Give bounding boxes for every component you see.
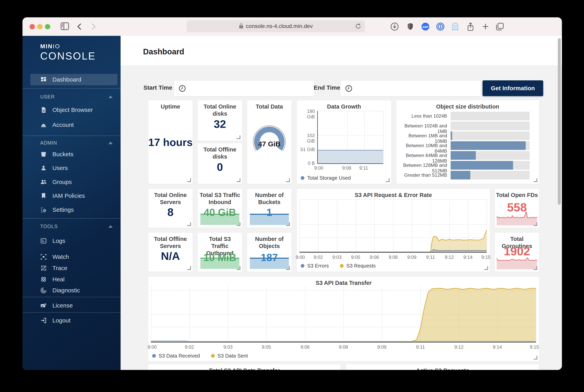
clock-icon xyxy=(178,84,186,92)
offline-disks-card: Total Offline disks 0 xyxy=(198,143,242,184)
resize-corner-icon[interactable] xyxy=(286,266,290,270)
gauge-value: 47 GiB xyxy=(258,140,280,148)
sidebar-item-trace[interactable]: Trace xyxy=(30,262,118,274)
resize-corner-icon[interactable] xyxy=(237,222,240,226)
sidebar-item-object-browser[interactable]: Object Browser xyxy=(30,104,118,116)
ghostery-icon[interactable] xyxy=(451,22,460,32)
offline-disks-value: 0 xyxy=(198,160,242,173)
legend-label: Total Storage Used xyxy=(307,175,351,181)
sidebar-item-settings[interactable]: Settings xyxy=(30,204,118,216)
adblock-plus-icon[interactable]: ABP xyxy=(421,22,430,32)
resize-corner-icon[interactable] xyxy=(534,266,537,270)
x-tick: 9:02 xyxy=(185,344,194,350)
collapse-icon[interactable] xyxy=(108,225,113,228)
resize-corner-icon[interactable] xyxy=(237,266,240,270)
resize-corner-icon[interactable] xyxy=(187,266,191,270)
x-tick: 9:14 xyxy=(464,254,473,260)
resize-corner-icon[interactable] xyxy=(386,178,390,182)
bar-track xyxy=(450,171,530,180)
legend-dot xyxy=(301,176,304,180)
sidebar-toggle-icon[interactable] xyxy=(60,22,69,31)
share-icon[interactable] xyxy=(466,22,475,32)
sidebar-item-dashboard[interactable]: Dashboard xyxy=(30,74,118,85)
sidebar-item-label: Settings xyxy=(52,206,74,213)
sidebar-item-logout[interactable]: Logout xyxy=(30,315,118,326)
minimize-window-button[interactable] xyxy=(37,24,42,29)
legend-label: S3 Requests xyxy=(346,263,376,269)
browser-window: console.ns-4.cloud.min.dev ABP xyxy=(22,17,562,370)
chart-title: Object size distribution xyxy=(396,103,539,110)
resize-corner-icon[interactable] xyxy=(484,266,488,270)
sidebar-section-admin[interactable]: ADMIN xyxy=(40,140,113,146)
shield-icon[interactable] xyxy=(406,22,414,32)
zoom-window-button[interactable] xyxy=(45,24,50,29)
offline-servers-value: N/A xyxy=(148,250,193,262)
card-title: Uptime xyxy=(148,103,193,110)
sidebar-item-buckets[interactable]: Buckets xyxy=(30,148,118,160)
start-time-input[interactable] xyxy=(174,80,314,96)
get-information-button[interactable]: Get Information xyxy=(482,80,543,96)
card-title: Total Offline disks xyxy=(198,146,242,160)
back-button[interactable] xyxy=(76,23,83,31)
collapse-icon[interactable] xyxy=(108,96,113,98)
card-title: Total Open FDs xyxy=(495,192,539,198)
sidebar-section-tools[interactable]: TOOLS xyxy=(40,223,113,230)
sidebar-item-label: Diagnostic xyxy=(52,287,80,294)
tab-overview-icon[interactable] xyxy=(495,22,504,32)
close-window-button[interactable] xyxy=(30,24,35,29)
chart-title: S3 API Request & Error Rate xyxy=(297,192,490,198)
sidebar-item-diagnostic[interactable]: Diagnostic xyxy=(30,285,118,296)
resize-corner-icon[interactable] xyxy=(237,135,240,139)
card-title: Total S3 Traffic Inbound xyxy=(198,192,242,206)
chart-legend: Total Storage Used xyxy=(301,175,351,181)
sidebar-item-iam-policies[interactable]: IAM Policies xyxy=(30,190,118,202)
resize-corner-icon[interactable] xyxy=(286,178,290,182)
reload-icon[interactable] xyxy=(355,23,362,30)
groups-icon xyxy=(40,179,47,185)
x-tick: 9:00 xyxy=(296,254,305,260)
bar-label: Greater than 512MB xyxy=(396,172,447,178)
traffic-inbound-card: Total S3 Traffic Inbound 40 GiB xyxy=(198,188,242,228)
sidebar-item-label: Watch xyxy=(52,254,69,260)
resize-corner-icon[interactable] xyxy=(187,178,191,182)
active-requests-card: Active S3 Requests xyxy=(346,364,539,370)
x-tick: 9:03 xyxy=(332,254,342,260)
trace-icon xyxy=(40,265,47,272)
y-tick: 51 GiB xyxy=(298,147,315,152)
forward-button[interactable] xyxy=(90,23,97,31)
sidebar-item-label: Logout xyxy=(52,317,70,324)
new-tab-icon[interactable] xyxy=(481,22,490,32)
x-tick: 9:12 xyxy=(445,254,454,260)
resize-corner-icon[interactable] xyxy=(286,222,290,226)
card-title: Total Data xyxy=(247,103,292,110)
sidebar-item-groups[interactable]: Groups xyxy=(30,176,118,188)
resize-corner-icon[interactable] xyxy=(237,178,240,182)
resize-corner-icon[interactable] xyxy=(187,222,191,226)
sidebar-item-watch[interactable]: Watch xyxy=(30,251,118,262)
resize-corner-icon[interactable] xyxy=(534,222,537,226)
x-tick: 9:11 xyxy=(426,254,435,260)
sidebar-item-heal[interactable]: Heal xyxy=(30,274,118,285)
document-icon xyxy=(40,106,47,113)
end-time-input[interactable] xyxy=(340,80,481,96)
sidebar-item-account[interactable]: Account xyxy=(30,119,118,130)
collapse-icon[interactable] xyxy=(108,142,113,144)
sidebar-section-user[interactable]: USER xyxy=(40,93,113,100)
download-icon[interactable] xyxy=(390,22,399,32)
onepassword-icon[interactable] xyxy=(436,22,445,32)
bar-fill xyxy=(450,171,470,180)
resize-corner-icon[interactable] xyxy=(534,178,537,182)
scrollbar[interactable] xyxy=(558,38,561,205)
lock-icon xyxy=(239,23,244,30)
address-bar[interactable]: console.ns-4.cloud.min.dev xyxy=(186,20,365,32)
sidebar-item-license[interactable]: License xyxy=(30,300,118,311)
sidebar-item-users[interactable]: Users xyxy=(30,162,118,174)
resize-corner-icon[interactable] xyxy=(534,356,537,360)
sidebar-item-label: Users xyxy=(52,165,68,172)
num-objects-card: Number of Objects 187 xyxy=(247,232,292,272)
sidebar-item-logs[interactable]: Logs xyxy=(30,235,118,247)
bar-track xyxy=(450,161,530,170)
bucket-icon xyxy=(40,151,47,158)
total-data-gauge: 47 GiB xyxy=(249,122,290,154)
open-fds-card: Total Open FDs 558 xyxy=(494,188,539,228)
